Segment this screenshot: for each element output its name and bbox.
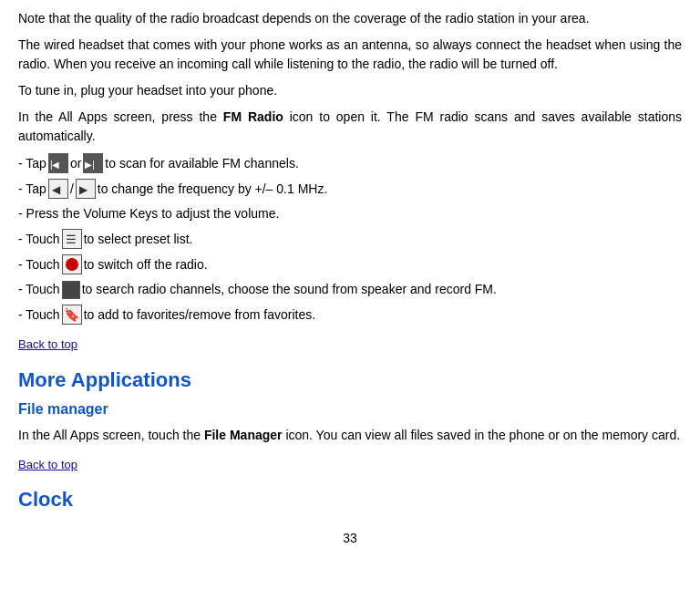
touch1b-text: to select preset list. bbox=[84, 230, 193, 249]
press-text: - Press the Volume Keys to adjust the vo… bbox=[18, 204, 279, 223]
note-text: Note that the quality of the radio broad… bbox=[18, 11, 590, 26]
wired-paragraph: The wired headset that comes with your p… bbox=[18, 36, 682, 74]
page-number-text: 33 bbox=[343, 531, 357, 545]
touch1-item: - Touch to select preset list. bbox=[18, 229, 682, 249]
back-to-top-link-1[interactable]: Back to top bbox=[18, 336, 682, 354]
file-manager-text2: icon. You can view all files saved in th… bbox=[285, 428, 680, 442]
file-manager-text: File manager bbox=[18, 401, 108, 417]
touch4-item: - Touch to add to favorites/remove from … bbox=[18, 305, 682, 325]
touch2-item: - Touch to switch off the radio. bbox=[18, 254, 682, 274]
fmradio-text: FM Radio bbox=[223, 109, 283, 124]
allapps-text1: In the All Apps screen, press the bbox=[18, 109, 217, 124]
page-content: Note that the quality of the radio broad… bbox=[18, 9, 682, 548]
more-applications-title: More Applications bbox=[18, 365, 682, 395]
file-manager-bold: File Manager bbox=[204, 428, 283, 442]
more-applications-text: More Applications bbox=[18, 368, 191, 391]
note-paragraph: Note that the quality of the radio broad… bbox=[18, 9, 682, 28]
touch2a-text: - Touch bbox=[18, 255, 60, 274]
tap1c-text: to scan for available FM channels. bbox=[105, 154, 298, 173]
touch1a-text: - Touch bbox=[18, 230, 60, 249]
tap1b-text: or bbox=[70, 154, 81, 173]
touch3-item: - Touch to search radio channels, choose… bbox=[18, 280, 682, 299]
touch3a-text: - Touch bbox=[18, 280, 60, 299]
tap1a-text: - Tap bbox=[18, 154, 46, 173]
touch2b-text: to switch off the radio. bbox=[84, 255, 208, 274]
wired-text: The wired headset that comes with your p… bbox=[18, 37, 682, 71]
page-number: 33 bbox=[18, 529, 682, 548]
bookmark-icon bbox=[62, 305, 82, 325]
back-to-top-text-2: Back to top bbox=[18, 458, 77, 471]
clock-section: Clock bbox=[18, 484, 682, 514]
touch4a-text: - Touch bbox=[18, 305, 60, 325]
tap2a-text: - Tap bbox=[18, 180, 46, 199]
arrow-left-icon bbox=[48, 179, 68, 199]
press-item: - Press the Volume Keys to adjust the vo… bbox=[18, 204, 682, 223]
tune-paragraph: To tune in, plug your headset into your … bbox=[18, 81, 682, 100]
back-to-top-text-1: Back to top bbox=[18, 337, 77, 351]
tap2c-text: to change the frequency by +/– 0.1 MHz. bbox=[98, 180, 328, 199]
file-manager-paragraph: In the All Apps screen, touch the File M… bbox=[18, 426, 682, 445]
scan-right-icon bbox=[83, 153, 103, 173]
scan-left-icon bbox=[48, 153, 68, 173]
tap2-item: - Tap / to change the frequency by +/– 0… bbox=[18, 179, 682, 199]
touch4b-text: to add to favorites/remove from favorite… bbox=[84, 305, 315, 325]
touch3b-text: to search radio channels, choose the sou… bbox=[82, 280, 497, 299]
file-manager-text1: In the All Apps screen, touch the bbox=[18, 428, 201, 442]
tap2b-text: / bbox=[70, 180, 74, 199]
red-center-icon bbox=[62, 254, 82, 274]
allapps-paragraph: In the All Apps screen, press the FM Rad… bbox=[18, 108, 682, 146]
lines-icon bbox=[62, 229, 82, 249]
tune-text: To tune in, plug your headset into your … bbox=[18, 83, 277, 98]
file-manager-title: File manager bbox=[18, 398, 682, 420]
small-square-icon bbox=[62, 281, 80, 299]
arrow-right-icon bbox=[76, 179, 96, 199]
clock-text: Clock bbox=[18, 488, 73, 511]
tap1-item: - Tap or to scan for available FM channe… bbox=[18, 153, 682, 173]
clock-title: Clock bbox=[18, 484, 682, 514]
back-to-top-link-2[interactable]: Back to top bbox=[18, 456, 682, 474]
